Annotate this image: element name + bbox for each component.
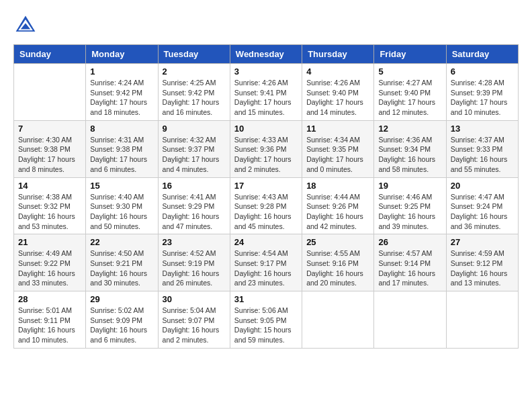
day-info: Sunrise: 5:01 AM Sunset: 9:11 PM Dayligh…	[18, 306, 81, 345]
weekday-header: Wednesday	[230, 45, 302, 64]
weekday-header: Thursday	[302, 45, 374, 64]
calendar-cell: 19Sunrise: 4:46 AM Sunset: 9:25 PM Dayli…	[374, 177, 446, 234]
calendar-cell: 17Sunrise: 4:43 AM Sunset: 9:28 PM Dayli…	[230, 177, 302, 234]
calendar-cell: 31Sunrise: 5:06 AM Sunset: 9:05 PM Dayli…	[230, 291, 302, 349]
day-number: 16	[163, 181, 226, 191]
day-info: Sunrise: 4:49 AM Sunset: 9:22 PM Dayligh…	[18, 248, 81, 288]
day-number: 3	[234, 66, 298, 77]
day-info: Sunrise: 4:55 AM Sunset: 9:16 PM Dayligh…	[306, 248, 369, 288]
calendar-table: SundayMondayTuesdayWednesdayThursdayFrid…	[13, 44, 519, 349]
day-number: 21	[18, 237, 81, 247]
calendar-cell: 28Sunrise: 5:01 AM Sunset: 9:11 PM Dayli…	[14, 291, 86, 349]
calendar-week-row: 28Sunrise: 5:01 AM Sunset: 9:11 PM Dayli…	[14, 291, 519, 349]
day-number: 4	[306, 66, 369, 77]
logo	[13, 13, 42, 38]
day-info: Sunrise: 4:26 AM Sunset: 9:41 PM Dayligh…	[234, 78, 298, 118]
day-number: 7	[18, 124, 81, 134]
day-number: 18	[306, 181, 369, 191]
day-number: 20	[451, 181, 514, 191]
day-number: 28	[18, 294, 81, 304]
day-number: 11	[306, 124, 369, 134]
calendar-cell: 22Sunrise: 4:50 AM Sunset: 9:21 PM Dayli…	[86, 234, 158, 291]
day-info: Sunrise: 4:25 AM Sunset: 9:42 PM Dayligh…	[163, 78, 226, 118]
day-info: Sunrise: 5:02 AM Sunset: 9:09 PM Dayligh…	[90, 306, 153, 345]
calendar-cell: 5Sunrise: 4:27 AM Sunset: 9:40 PM Daylig…	[374, 64, 446, 121]
calendar-cell: 4Sunrise: 4:26 AM Sunset: 9:40 PM Daylig…	[302, 64, 374, 121]
calendar-cell: 25Sunrise: 4:55 AM Sunset: 9:16 PM Dayli…	[302, 234, 374, 291]
day-info: Sunrise: 4:26 AM Sunset: 9:40 PM Dayligh…	[306, 78, 369, 118]
calendar-cell: 15Sunrise: 4:40 AM Sunset: 9:30 PM Dayli…	[86, 177, 158, 234]
day-info: Sunrise: 5:06 AM Sunset: 9:05 PM Dayligh…	[234, 306, 298, 345]
day-number: 23	[163, 237, 226, 247]
day-info: Sunrise: 4:57 AM Sunset: 9:14 PM Dayligh…	[378, 248, 441, 288]
day-number: 6	[451, 66, 514, 77]
calendar-cell: 7Sunrise: 4:30 AM Sunset: 9:38 PM Daylig…	[14, 120, 86, 177]
calendar-cell: 24Sunrise: 4:54 AM Sunset: 9:17 PM Dayli…	[230, 234, 302, 291]
calendar-cell: 21Sunrise: 4:49 AM Sunset: 9:22 PM Dayli…	[14, 234, 86, 291]
calendar-cell: 9Sunrise: 4:32 AM Sunset: 9:37 PM Daylig…	[158, 120, 230, 177]
day-number: 14	[18, 181, 81, 191]
day-number: 2	[163, 66, 226, 77]
calendar-cell: 23Sunrise: 4:52 AM Sunset: 9:19 PM Dayli…	[158, 234, 230, 291]
calendar-cell: 2Sunrise: 4:25 AM Sunset: 9:42 PM Daylig…	[158, 64, 230, 121]
calendar-week-row: 14Sunrise: 4:38 AM Sunset: 9:32 PM Dayli…	[14, 177, 519, 234]
calendar-cell: 10Sunrise: 4:33 AM Sunset: 9:36 PM Dayli…	[230, 120, 302, 177]
calendar-week-row: 1Sunrise: 4:24 AM Sunset: 9:42 PM Daylig…	[14, 64, 519, 121]
day-info: Sunrise: 4:40 AM Sunset: 9:30 PM Dayligh…	[90, 192, 153, 232]
calendar-cell	[302, 291, 374, 349]
day-info: Sunrise: 4:38 AM Sunset: 9:32 PM Dayligh…	[18, 192, 81, 232]
day-info: Sunrise: 4:52 AM Sunset: 9:19 PM Dayligh…	[163, 248, 226, 288]
weekday-header: Sunday	[14, 45, 86, 64]
day-info: Sunrise: 4:27 AM Sunset: 9:40 PM Dayligh…	[378, 78, 441, 118]
calendar-week-row: 21Sunrise: 4:49 AM Sunset: 9:22 PM Dayli…	[14, 234, 519, 291]
calendar-week-row: 7Sunrise: 4:30 AM Sunset: 9:38 PM Daylig…	[14, 120, 519, 177]
weekday-header: Monday	[86, 45, 158, 64]
weekday-header: Tuesday	[158, 45, 230, 64]
calendar-cell: 8Sunrise: 4:31 AM Sunset: 9:38 PM Daylig…	[86, 120, 158, 177]
day-number: 9	[163, 124, 226, 134]
calendar-cell: 30Sunrise: 5:04 AM Sunset: 9:07 PM Dayli…	[158, 291, 230, 349]
day-number: 24	[234, 237, 298, 247]
day-number: 19	[378, 181, 441, 191]
day-info: Sunrise: 4:47 AM Sunset: 9:24 PM Dayligh…	[451, 192, 514, 232]
calendar-cell: 26Sunrise: 4:57 AM Sunset: 9:14 PM Dayli…	[374, 234, 446, 291]
calendar-cell: 14Sunrise: 4:38 AM Sunset: 9:32 PM Dayli…	[14, 177, 86, 234]
day-number: 22	[90, 237, 153, 247]
calendar-cell: 1Sunrise: 4:24 AM Sunset: 9:42 PM Daylig…	[86, 64, 158, 121]
day-info: Sunrise: 4:46 AM Sunset: 9:25 PM Dayligh…	[378, 192, 441, 232]
calendar-cell: 27Sunrise: 4:59 AM Sunset: 9:12 PM Dayli…	[446, 234, 518, 291]
calendar-cell: 20Sunrise: 4:47 AM Sunset: 9:24 PM Dayli…	[446, 177, 518, 234]
day-info: Sunrise: 4:59 AM Sunset: 9:12 PM Dayligh…	[451, 248, 514, 288]
day-number: 1	[90, 66, 153, 77]
calendar-cell: 18Sunrise: 4:44 AM Sunset: 9:26 PM Dayli…	[302, 177, 374, 234]
weekday-header: Saturday	[446, 45, 518, 64]
page-header	[13, 13, 519, 38]
day-info: Sunrise: 4:31 AM Sunset: 9:38 PM Dayligh…	[90, 135, 153, 175]
day-info: Sunrise: 4:32 AM Sunset: 9:37 PM Dayligh…	[163, 135, 226, 175]
day-number: 27	[451, 237, 514, 247]
day-info: Sunrise: 4:36 AM Sunset: 9:34 PM Dayligh…	[378, 135, 441, 175]
calendar-cell: 3Sunrise: 4:26 AM Sunset: 9:41 PM Daylig…	[230, 64, 302, 121]
calendar-header-row: SundayMondayTuesdayWednesdayThursdayFrid…	[14, 45, 519, 64]
day-number: 31	[234, 294, 298, 304]
calendar-cell: 6Sunrise: 4:28 AM Sunset: 9:39 PM Daylig…	[446, 64, 518, 121]
day-number: 15	[90, 181, 153, 191]
day-info: Sunrise: 5:04 AM Sunset: 9:07 PM Dayligh…	[163, 306, 226, 345]
calendar-cell: 29Sunrise: 5:02 AM Sunset: 9:09 PM Dayli…	[86, 291, 158, 349]
day-number: 25	[306, 237, 369, 247]
day-info: Sunrise: 4:30 AM Sunset: 9:38 PM Dayligh…	[18, 135, 81, 175]
day-info: Sunrise: 4:28 AM Sunset: 9:39 PM Dayligh…	[451, 78, 514, 118]
day-info: Sunrise: 4:37 AM Sunset: 9:33 PM Dayligh…	[451, 135, 514, 175]
logo-icon	[13, 13, 38, 38]
calendar-cell: 16Sunrise: 4:41 AM Sunset: 9:29 PM Dayli…	[158, 177, 230, 234]
day-number: 29	[90, 294, 153, 304]
calendar-cell	[374, 291, 446, 349]
day-number: 26	[378, 237, 441, 247]
day-number: 17	[234, 181, 298, 191]
day-number: 10	[234, 124, 298, 134]
day-info: Sunrise: 4:34 AM Sunset: 9:35 PM Dayligh…	[306, 135, 369, 175]
calendar-cell	[14, 64, 86, 121]
day-info: Sunrise: 4:50 AM Sunset: 9:21 PM Dayligh…	[90, 248, 153, 288]
day-info: Sunrise: 4:24 AM Sunset: 9:42 PM Dayligh…	[90, 78, 153, 118]
calendar-cell: 12Sunrise: 4:36 AM Sunset: 9:34 PM Dayli…	[374, 120, 446, 177]
